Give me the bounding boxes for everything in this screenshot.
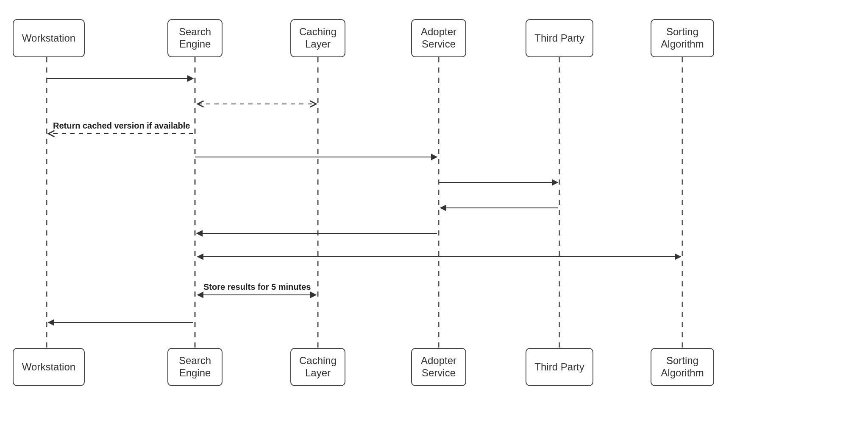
participant-workstation-top: Workstation — [13, 19, 85, 57]
participant-label: Third Party — [534, 361, 584, 373]
participant-label: SearchEngine — [179, 26, 211, 50]
participant-adopter-service-top: AdopterService — [411, 19, 466, 57]
label-store-results: Store results for 5 minutes — [203, 282, 311, 292]
participant-search-engine-top: SearchEngine — [167, 19, 223, 57]
participant-label: Workstation — [22, 361, 75, 373]
participant-sorting-algorithm-top: SortingAlgorithm — [651, 19, 714, 57]
participant-label: AdopterService — [421, 26, 456, 50]
participant-label: Third Party — [534, 32, 584, 45]
participant-third-party-top: Third Party — [526, 19, 593, 57]
participant-search-engine-bottom: SearchEngine — [167, 348, 223, 386]
participant-label: AdopterService — [421, 355, 456, 379]
participant-label: CachingLayer — [299, 26, 337, 50]
participant-workstation-bottom: Workstation — [13, 348, 85, 386]
participant-label: Workstation — [22, 32, 75, 45]
participant-third-party-bottom: Third Party — [526, 348, 593, 386]
participant-caching-layer-bottom: CachingLayer — [290, 348, 345, 386]
participant-sorting-algorithm-bottom: SortingAlgorithm — [651, 348, 714, 386]
label-return-cached: Return cached version if available — [53, 121, 190, 131]
participant-caching-layer-top: CachingLayer — [290, 19, 345, 57]
participant-label: CachingLayer — [299, 355, 337, 379]
participant-adopter-service-bottom: AdopterService — [411, 348, 466, 386]
participant-label: SortingAlgorithm — [661, 26, 704, 50]
participant-label: SearchEngine — [179, 355, 211, 379]
participant-label: SortingAlgorithm — [661, 355, 704, 379]
